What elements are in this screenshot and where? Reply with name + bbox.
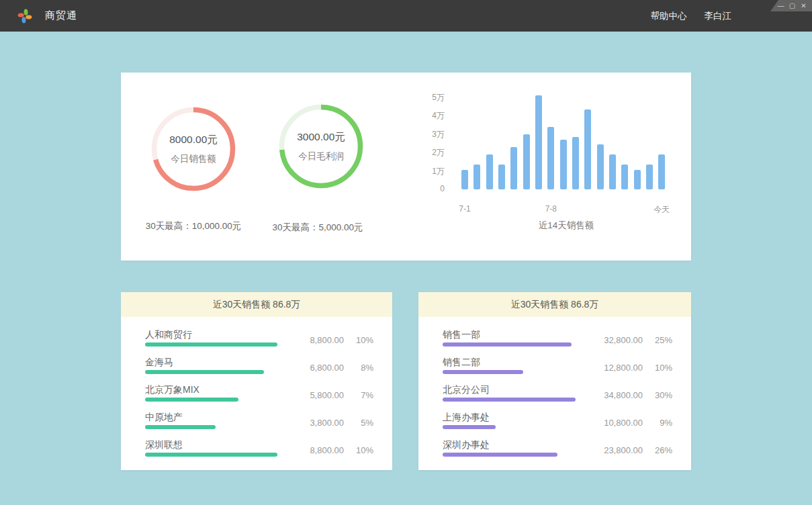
ranking-row-amount: 32,800.00 <box>598 335 643 345</box>
ranking-row: 深圳联想8,800.0010% <box>145 438 373 465</box>
ranking-row-percent: 9% <box>651 418 672 428</box>
y-tick-label: 2万 <box>410 147 445 158</box>
ranking-row-value: 32,800.0025% <box>598 335 672 345</box>
today-profit-donut: 3000.00元 今日毛利润 <box>277 102 365 191</box>
today-profit-caption: 今日毛利润 <box>298 150 344 163</box>
y-tick-label: 4万 <box>410 110 445 122</box>
bar <box>621 165 628 189</box>
ranking-row-amount: 8,800.00 <box>300 335 344 345</box>
ranking-row-percent: 10% <box>651 363 672 373</box>
ranking-row: 金海马6,800.008% <box>145 355 373 383</box>
ranking-row-percent: 10% <box>352 445 373 455</box>
bar <box>560 140 567 189</box>
ranking-row: 北京分公司34,800.0030% <box>443 383 672 410</box>
profit-30day-max: 30天最高：5,000.00元 <box>244 222 392 234</box>
y-tick-label: 5万 <box>410 92 445 103</box>
ranking-row-percent: 8% <box>352 363 373 373</box>
bar-chart-title: 近14天销售额 <box>499 220 633 232</box>
ranking-row-bar <box>443 398 576 402</box>
close-icon[interactable]: ✕ <box>798 0 809 11</box>
ranking-row-bar <box>145 370 264 374</box>
donut-center-text: 3000.00元 今日毛利润 <box>277 102 365 191</box>
overview-panel: 8000.00元 今日销售额 30天最高：10,000.00元 3000.00元… <box>121 73 691 261</box>
ranking-row-percent: 5% <box>352 418 373 428</box>
titlebar: 商贸通 帮助中心 李白江 <box>0 0 812 32</box>
ranking-row-value: 8,800.0010% <box>300 335 373 345</box>
bar <box>523 134 530 189</box>
y-tick-label: 1万 <box>410 166 445 177</box>
ranking-row-value: 12,800.0010% <box>598 363 672 373</box>
bar <box>510 147 517 189</box>
x-tick-label: 今天 <box>648 204 675 216</box>
bar <box>486 154 493 189</box>
ranking-row: 人和商贸行8,800.0010% <box>145 328 373 355</box>
today-sales-caption: 今日销售额 <box>171 153 216 165</box>
ranking-row-percent: 25% <box>651 335 672 345</box>
bar <box>597 144 604 189</box>
today-sales-donut: 8000.00元 今日销售额 <box>149 105 238 193</box>
logo-pinwheel-icon <box>17 8 33 24</box>
ranking-row: 上海办事处10,800.009% <box>443 410 672 438</box>
ranking-row-percent: 10% <box>352 335 373 345</box>
x-tick-label: 7-8 <box>537 204 564 214</box>
bar <box>658 154 665 189</box>
bar-chart-bars <box>461 86 683 189</box>
current-user-link[interactable]: 李白江 <box>705 10 732 22</box>
ranking-row: 北京万象MIX5,800.007% <box>145 383 373 410</box>
bar <box>584 109 591 189</box>
ranking-row-bar <box>145 342 277 347</box>
ranking-row-amount: 5,800.00 <box>300 390 344 400</box>
ranking-row-bar <box>443 370 523 374</box>
ranking-row: 销售二部12,800.0010% <box>443 355 672 383</box>
department-ranking-list: 销售一部32,800.0025%销售二部12,800.0010%北京分公司34,… <box>418 317 691 465</box>
ranking-row-amount: 12,800.00 <box>598 363 643 373</box>
ranking-row-bar <box>443 453 557 457</box>
ranking-row-value: 23,800.0026% <box>598 445 672 455</box>
customer-ranking-title: 近30天销售额 86.8万 <box>121 292 392 317</box>
ranking-row-value: 8,800.0010% <box>300 445 373 455</box>
bar <box>547 127 554 189</box>
ranking-row-percent: 26% <box>651 445 672 455</box>
ranking-row-value: 5,800.007% <box>300 390 373 400</box>
ranking-row-amount: 23,800.00 <box>598 445 643 455</box>
bar <box>634 170 641 189</box>
ranking-row-amount: 34,800.00 <box>598 390 643 400</box>
department-ranking-card: 近30天销售额 86.8万 销售一部32,800.0025%销售二部12,800… <box>418 292 691 470</box>
department-ranking-title: 近30天销售额 86.8万 <box>418 292 691 317</box>
bar <box>535 95 542 189</box>
bar <box>498 165 505 189</box>
ranking-row-value: 6,800.008% <box>300 363 373 373</box>
sales-14day-bar-chart: 5万4万3万2万1万0 7-17-8今天 近14天销售额 <box>410 73 691 261</box>
x-tick-label: 7-1 <box>451 204 478 214</box>
y-tick-label: 3万 <box>410 129 445 140</box>
y-tick-label: 0 <box>410 184 445 193</box>
bar <box>646 165 653 189</box>
maximize-icon[interactable]: ▢ <box>786 0 798 11</box>
ranking-row-amount: 3,800.00 <box>300 418 344 428</box>
help-center-link[interactable]: 帮助中心 <box>651 10 687 22</box>
ranking-row-amount: 10,800.00 <box>598 418 643 428</box>
bar <box>461 170 468 189</box>
donut-center-text: 8000.00元 今日销售额 <box>149 105 238 193</box>
today-sales-value: 8000.00元 <box>169 133 218 147</box>
today-profit-value: 3000.00元 <box>297 130 345 144</box>
ranking-row-bar <box>145 425 216 429</box>
ranking-row-value: 34,800.0030% <box>598 390 672 400</box>
ranking-row-amount: 6,800.00 <box>300 363 344 373</box>
bar <box>572 137 579 189</box>
ranking-row-percent: 30% <box>651 390 672 400</box>
ranking-row-value: 3,800.005% <box>300 418 373 428</box>
bar <box>609 154 616 189</box>
ranking-row: 中原地产3,800.005% <box>145 410 373 438</box>
ranking-row: 销售一部32,800.0025% <box>443 328 672 355</box>
app-title: 商贸通 <box>45 9 77 22</box>
ranking-row-bar <box>145 398 238 402</box>
ranking-row-value: 10,800.009% <box>598 418 672 428</box>
ranking-row-bar <box>145 453 277 457</box>
customer-ranking-list: 人和商贸行8,800.0010%金海马6,800.008%北京万象MIX5,80… <box>121 317 392 465</box>
ranking-row-percent: 7% <box>352 390 373 400</box>
bar <box>473 165 480 189</box>
ranking-row-bar <box>443 425 496 429</box>
ranking-row-amount: 8,800.00 <box>300 445 344 455</box>
ranking-row-bar <box>443 342 572 347</box>
